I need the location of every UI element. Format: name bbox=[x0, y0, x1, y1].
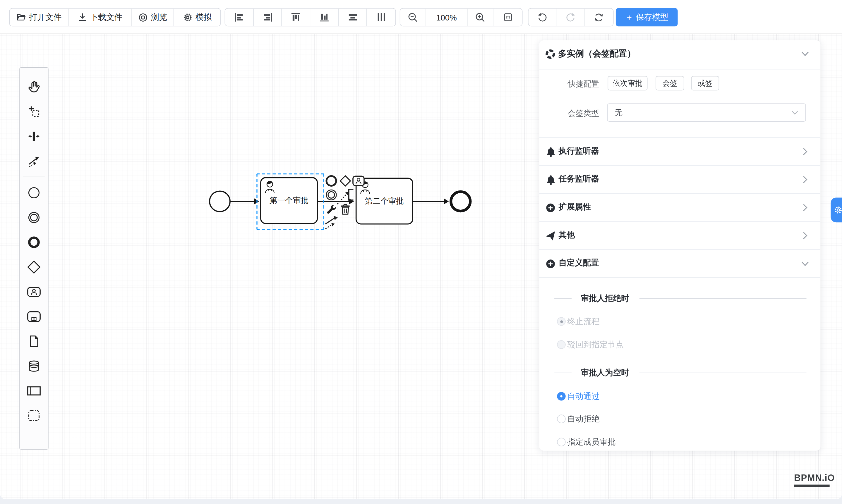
settings-tab[interactable] bbox=[830, 198, 842, 222]
section-label: 扩展属性 bbox=[559, 202, 591, 212]
preview-label: 浏览 bbox=[151, 12, 167, 22]
save-model-label: 保存模型 bbox=[636, 12, 668, 22]
append-gateway-icon[interactable] bbox=[339, 175, 351, 187]
palette-data-object[interactable] bbox=[26, 333, 42, 349]
space-tool-icon bbox=[28, 130, 40, 143]
file-actions-group: 打开文件 下载文件 浏览 模 bbox=[9, 8, 221, 26]
fit-viewport-button[interactable] bbox=[494, 8, 522, 26]
space-tool[interactable] bbox=[26, 128, 42, 144]
align-left-button[interactable] bbox=[225, 8, 253, 26]
chevron-down-icon[interactable] bbox=[801, 51, 809, 56]
bell-icon bbox=[546, 174, 556, 185]
section-custom-config[interactable]: 自定义配置 bbox=[539, 250, 821, 277]
lasso-tool[interactable] bbox=[26, 103, 42, 119]
connect-icon[interactable] bbox=[324, 215, 341, 230]
wrench-icon[interactable] bbox=[326, 203, 337, 215]
title-rule-left bbox=[554, 299, 572, 299]
align-middle-icon bbox=[348, 12, 357, 22]
zoom-level[interactable]: 100% bbox=[426, 8, 468, 26]
radio-label[interactable]: 终止流程 bbox=[567, 317, 599, 327]
radio-label[interactable]: 自动拒绝 bbox=[567, 414, 599, 424]
zoom-out-button[interactable] bbox=[400, 8, 426, 26]
quick-option-orsign[interactable]: 或签 bbox=[691, 76, 719, 91]
undo-button[interactable] bbox=[529, 8, 557, 26]
save-model-button[interactable]: ＋ 保存模型 bbox=[616, 8, 678, 26]
simulate-button[interactable]: 模拟 bbox=[174, 8, 220, 26]
radio-label[interactable]: 自动通过 bbox=[567, 391, 599, 402]
quick-option-sequential[interactable]: 依次审批 bbox=[608, 76, 647, 91]
divider bbox=[539, 277, 821, 278]
palette-group[interactable] bbox=[26, 408, 42, 424]
zoom-tools-group: 100% bbox=[400, 8, 523, 26]
distribute-horizontal-icon bbox=[376, 12, 386, 22]
history-tools-group bbox=[528, 8, 614, 26]
subprocess-icon bbox=[27, 310, 41, 323]
radio-auto-pass[interactable] bbox=[557, 392, 565, 400]
folder-open-icon bbox=[17, 13, 26, 21]
section-execution-listener[interactable]: 执行监听器 bbox=[539, 138, 821, 165]
palette-subprocess[interactable] bbox=[26, 309, 42, 325]
quick-option-countersign[interactable]: 会签 bbox=[655, 76, 684, 91]
align-top-button[interactable] bbox=[282, 8, 310, 26]
toolbar: 打开文件 下载文件 浏览 模 bbox=[0, 0, 842, 34]
palette-intermediate-event[interactable] bbox=[26, 210, 42, 226]
chevron-down-icon bbox=[801, 261, 809, 267]
chevron-right-icon bbox=[803, 176, 808, 184]
hand-icon bbox=[27, 79, 41, 94]
append-end-event-icon[interactable] bbox=[326, 175, 337, 187]
section-task-listener[interactable]: 任务监听器 bbox=[539, 166, 821, 193]
radio-auto-reject[interactable] bbox=[557, 414, 565, 423]
reset-button[interactable] bbox=[585, 8, 613, 26]
palette-data-store[interactable] bbox=[26, 358, 42, 374]
distribute-horizontal-button[interactable] bbox=[367, 8, 396, 26]
align-middle-button[interactable] bbox=[339, 8, 367, 26]
palette-end-event[interactable] bbox=[26, 234, 42, 250]
task-first-approval[interactable]: 第一个审批 bbox=[260, 177, 318, 224]
connect-tool-icon bbox=[28, 155, 40, 167]
title-rule-right bbox=[639, 373, 807, 373]
gear-icon bbox=[834, 205, 842, 215]
download-file-button[interactable]: 下载文件 bbox=[69, 8, 132, 26]
trash-icon[interactable] bbox=[339, 202, 351, 215]
redo-icon bbox=[565, 12, 576, 22]
title-rule-right bbox=[639, 299, 807, 299]
chevron-down-icon bbox=[791, 110, 799, 115]
panel-title: 多实例（会签配置） bbox=[558, 49, 636, 60]
preview-button[interactable]: 浏览 bbox=[132, 8, 174, 26]
open-file-label: 打开文件 bbox=[29, 12, 62, 22]
start-event-icon bbox=[28, 186, 40, 199]
countersign-type-select[interactable]: 无 bbox=[607, 103, 806, 122]
download-file-label: 下载文件 bbox=[90, 12, 122, 22]
connect-tool[interactable] bbox=[26, 153, 42, 169]
quick-config-label: 快捷配置 bbox=[539, 79, 599, 90]
section-other[interactable]: 其他 bbox=[539, 222, 821, 249]
section-extended-properties[interactable]: 扩展属性 bbox=[539, 194, 821, 221]
redo-button[interactable] bbox=[557, 8, 585, 26]
refresh-icon bbox=[594, 12, 604, 22]
radio-return-to-node[interactable] bbox=[557, 340, 565, 349]
radio-label[interactable]: 驳回到指定节点 bbox=[567, 340, 624, 350]
simulate-label: 模拟 bbox=[195, 12, 212, 22]
align-bottom-button[interactable] bbox=[310, 8, 339, 26]
radio-terminate-process[interactable] bbox=[557, 317, 565, 326]
palette-participant[interactable] bbox=[26, 383, 42, 399]
divider bbox=[539, 69, 821, 70]
radio-label[interactable]: 指定成员审批 bbox=[567, 437, 616, 448]
end-event-icon bbox=[28, 236, 40, 249]
section-label: 其他 bbox=[559, 230, 575, 240]
append-intermediate-event-icon[interactable] bbox=[326, 189, 337, 201]
align-right-button[interactable] bbox=[253, 8, 282, 26]
append-user-task-icon[interactable] bbox=[352, 176, 365, 186]
bpmn-io-logo[interactable]: BPMN.iO bbox=[794, 473, 829, 487]
bpmn-modeler-app: 第一个审批 第二个审批 bbox=[0, 0, 842, 504]
hand-tool[interactable] bbox=[26, 79, 42, 95]
user-task-icon bbox=[27, 286, 41, 299]
multi-instance-icon bbox=[545, 49, 556, 59]
palette-gateway[interactable] bbox=[26, 259, 42, 275]
palette-user-task[interactable] bbox=[26, 284, 42, 300]
zoom-in-button[interactable] bbox=[468, 8, 494, 26]
radio-assign-member[interactable] bbox=[557, 437, 565, 446]
palette-start-event[interactable] bbox=[26, 184, 42, 201]
open-file-button[interactable]: 打开文件 bbox=[10, 8, 69, 26]
task-label: 第一个审批 bbox=[269, 195, 309, 205]
